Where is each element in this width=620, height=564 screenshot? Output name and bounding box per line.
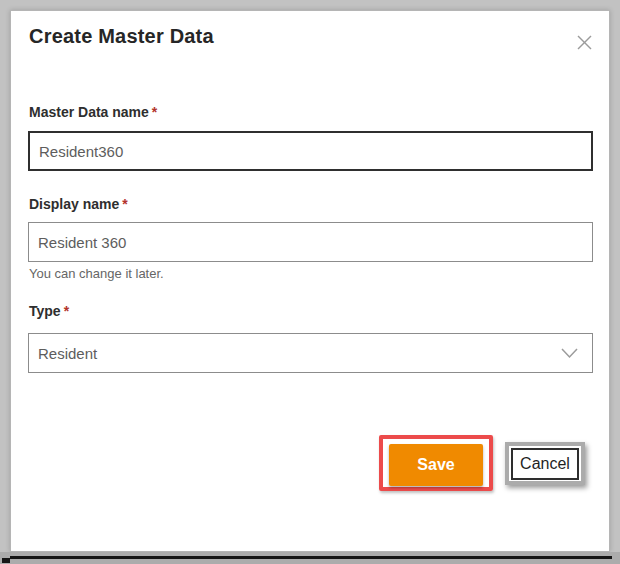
master-data-name-label: Master Data name*: [29, 104, 157, 120]
background-dark-line: [10, 556, 612, 559]
cancel-button[interactable]: Cancel: [511, 448, 579, 480]
type-label: Type*: [29, 303, 69, 319]
type-select[interactable]: Resident: [28, 333, 593, 373]
dialog-title: Create Master Data: [29, 25, 214, 48]
create-master-data-dialog: Create Master Data Master Data name* Dis…: [10, 10, 610, 552]
required-marker: *: [152, 104, 157, 120]
required-marker: *: [64, 303, 69, 319]
display-name-label: Display name*: [29, 196, 128, 212]
display-name-input[interactable]: [28, 222, 593, 262]
background-dark-square: [2, 558, 10, 563]
close-button[interactable]: [574, 32, 594, 52]
chevron-down-icon: [561, 348, 578, 359]
close-icon: [576, 34, 593, 51]
save-button[interactable]: Save: [389, 444, 483, 486]
master-data-name-input[interactable]: [28, 131, 593, 171]
display-name-helper-text: You can change it later.: [29, 266, 164, 281]
required-marker: *: [122, 196, 127, 212]
type-select-value: Resident: [38, 345, 97, 362]
